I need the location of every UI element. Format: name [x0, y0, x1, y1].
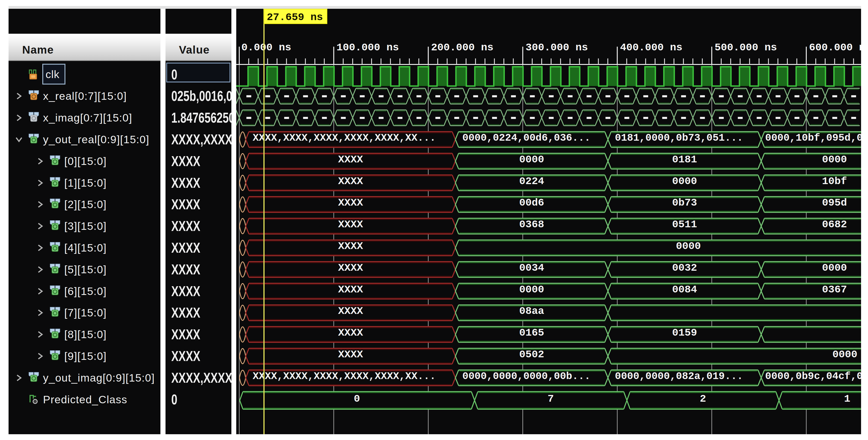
- svg-text:0000,0224,00d6,036...: 0000,0224,00d6,036...: [462, 132, 591, 144]
- svg-text:0159: 0159: [672, 327, 697, 339]
- svg-text:0032: 0032: [672, 262, 697, 274]
- svg-text:200.000 ns: 200.000 ns: [431, 42, 494, 54]
- svg-text:00d6: 00d6: [519, 197, 544, 209]
- svg-text:500.000 ns: 500.000 ns: [714, 42, 777, 54]
- svg-text:0181: 0181: [672, 154, 697, 166]
- svg-text:08aa: 08aa: [519, 305, 544, 317]
- svg-text:0034: 0034: [519, 262, 544, 274]
- svg-text:XXXX: XXXX: [338, 349, 363, 361]
- svg-text:XXXX: XXXX: [338, 305, 363, 317]
- svg-text:XXXX: XXXX: [338, 175, 363, 187]
- svg-text:0000,0000,0000,00b...: 0000,0000,0000,00b...: [462, 370, 591, 382]
- svg-text:2: 2: [700, 393, 706, 405]
- svg-text:095d: 095d: [822, 197, 847, 209]
- svg-text:0000,0b9c,04cf,0: 0000,0b9c,04cf,0: [765, 370, 861, 382]
- svg-text:0502: 0502: [519, 349, 544, 361]
- svg-text:XXXX: XXXX: [338, 284, 363, 296]
- svg-text:0511: 0511: [672, 219, 697, 231]
- svg-text:0000: 0000: [672, 175, 697, 187]
- svg-text:400.000 ns: 400.000 ns: [620, 42, 682, 54]
- svg-text:0682: 0682: [822, 219, 847, 231]
- svg-text:0000: 0000: [519, 284, 544, 296]
- svg-text:100.000 ns: 100.000 ns: [337, 42, 399, 54]
- svg-text:XXXX: XXXX: [338, 197, 363, 209]
- svg-text:0000: 0000: [676, 240, 701, 252]
- svg-text:0165: 0165: [519, 327, 544, 339]
- svg-text:0181,0000,0b73,051...: 0181,0000,0b73,051...: [615, 132, 743, 144]
- svg-text:300.000 ns: 300.000 ns: [526, 42, 588, 54]
- svg-text:7: 7: [548, 393, 554, 405]
- svg-text:0.000 ns: 0.000 ns: [241, 42, 291, 54]
- svg-text:0367: 0367: [822, 284, 847, 296]
- svg-text:0: 0: [354, 393, 360, 405]
- svg-text:0000: 0000: [519, 154, 544, 166]
- svg-text:0000,0000,082a,019...: 0000,0000,082a,019...: [615, 370, 743, 382]
- svg-text:0b73: 0b73: [672, 197, 697, 209]
- svg-text:27.659 ns: 27.659 ns: [267, 11, 323, 23]
- svg-text:1: 1: [844, 393, 850, 405]
- svg-text:XXXX: XXXX: [338, 327, 363, 339]
- svg-text:XXXX,XXXX,XXXX,XXXX,XXXX,XX...: XXXX,XXXX,XXXX,XXXX,XXXX,XX...: [253, 132, 436, 144]
- svg-text:600.000 ns: 600.000 ns: [809, 42, 861, 54]
- svg-text:0000: 0000: [822, 262, 847, 274]
- svg-text:XXXX: XXXX: [338, 262, 363, 274]
- svg-text:0000,10bf,095d,0: 0000,10bf,095d,0: [765, 132, 861, 144]
- svg-text:0224: 0224: [519, 175, 544, 187]
- svg-text:XXXX: XXXX: [338, 240, 363, 252]
- svg-text:0000: 0000: [832, 349, 857, 361]
- svg-text:XXXX: XXXX: [338, 154, 363, 166]
- svg-text:10bf: 10bf: [822, 175, 847, 187]
- svg-text:0000: 0000: [822, 154, 847, 166]
- svg-text:0084: 0084: [672, 284, 697, 296]
- svg-text:XXXX,XXXX,XXXX,XXXX,XXXX,XX...: XXXX,XXXX,XXXX,XXXX,XXXX,XX...: [253, 370, 436, 382]
- svg-text:0368: 0368: [519, 219, 544, 231]
- svg-text:XXXX: XXXX: [338, 219, 363, 231]
